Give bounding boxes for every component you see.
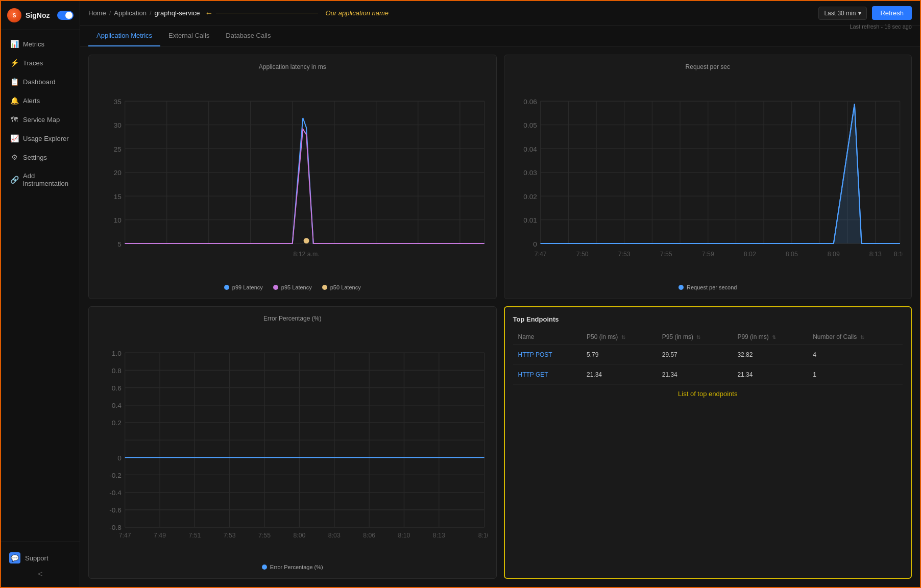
col-header-p99[interactable]: P99 (in ms) ⇅ <box>732 329 808 345</box>
sidebar-item-alerts[interactable]: 🔔 Alerts <box>3 91 78 110</box>
instrumentation-icon: 🔗 <box>10 176 18 184</box>
main-content: Home / Application / graphql-service ← O… <box>80 1 920 587</box>
svg-text:25: 25 <box>114 145 122 153</box>
annotation-line <box>216 13 318 13</box>
sidebar-item-dashboard[interactable]: 📋 Dashboard <box>3 72 78 91</box>
p99-sort-icon: ⇅ <box>772 334 776 340</box>
breadcrumb-application[interactable]: Application <box>114 9 147 17</box>
tab-external-calls[interactable]: External Calls <box>160 26 217 46</box>
rps-legend: Request per second <box>513 284 904 290</box>
latency-chart-area: 35 30 25 20 15 10 5 <box>97 77 488 279</box>
svg-text:7:59: 7:59 <box>701 251 714 258</box>
logo-icon: S <box>7 8 21 22</box>
svg-text:0: 0 <box>533 240 537 248</box>
svg-text:0: 0 <box>117 454 122 462</box>
rps-chart-title: Request per sec <box>513 63 904 70</box>
legend-p99-dot <box>224 285 229 290</box>
service-map-icon: 🗺 <box>10 115 18 124</box>
svg-text:0.04: 0.04 <box>523 145 537 153</box>
svg-text:15: 15 <box>114 193 122 201</box>
error-chart-title: Error Percentage (%) <box>97 315 488 322</box>
error-chart-svg: 1.0 0.8 0.6 0.4 0.2 0 -0.2 -0.4 -0.6 -0.… <box>97 328 488 559</box>
svg-text:1.0: 1.0 <box>112 350 122 357</box>
endpoints-table-header: Name P50 (in ms) ⇅ P95 (in ms) ⇅ P99 (in… <box>513 329 903 345</box>
svg-text:8:03: 8:03 <box>328 532 341 540</box>
svg-text:0.02: 0.02 <box>523 193 537 201</box>
latency-legend: p99 Latency p95 Latency p50 Latency <box>97 284 488 290</box>
legend-p99-label: p99 Latency <box>232 284 263 290</box>
svg-text:7:55: 7:55 <box>258 532 271 540</box>
svg-text:8:13: 8:13 <box>433 532 445 540</box>
endpoint-name-1[interactable]: HTTP GET <box>513 365 581 385</box>
sidebar-item-label-traces: Traces <box>23 59 43 67</box>
svg-text:7:47: 7:47 <box>119 532 131 540</box>
svg-text:0.06: 0.06 <box>523 98 537 106</box>
breadcrumb-arrow-icon: ← <box>205 9 213 18</box>
svg-text:8:16: 8:16 <box>478 532 488 540</box>
legend-rps-dot <box>678 285 684 290</box>
latency-chart-title: Application latency in ms <box>97 63 488 70</box>
svg-text:8:12 a.m.: 8:12 a.m. <box>293 251 319 258</box>
brand-name: SigNoz <box>26 11 50 19</box>
dashboard-icon: 📋 <box>10 78 18 86</box>
rps-chart-area: 0.06 0.05 0.04 0.03 0.02 0.01 0 <box>513 77 904 279</box>
svg-text:8:06: 8:06 <box>363 532 375 540</box>
endpoints-annotation: List of top endpoints <box>513 390 903 398</box>
legend-p95-dot <box>273 285 278 290</box>
tab-database-calls[interactable]: Database Calls <box>217 26 279 46</box>
col-header-p95[interactable]: P95 (in ms) ⇅ <box>657 329 733 345</box>
svg-text:0.01: 0.01 <box>523 216 537 224</box>
time-selector-label: Last 30 min <box>824 10 856 17</box>
metrics-icon: 📊 <box>10 40 18 48</box>
sidebar-item-label-usage: Usage Explorer <box>23 135 69 142</box>
sidebar-collapse-button[interactable]: < <box>7 568 74 581</box>
col-header-p50[interactable]: P50 (in ms) ⇅ <box>581 329 657 345</box>
sidebar-item-label-instrumentation: Add instrumentation <box>23 172 70 187</box>
endpoint-name-0[interactable]: HTTP POST <box>513 345 581 365</box>
legend-p95: p95 Latency <box>273 284 312 290</box>
breadcrumb-sep-2: / <box>150 9 152 17</box>
latency-chart-card: Application latency in ms 35 30 25 20 <box>88 55 497 299</box>
svg-text:20: 20 <box>114 169 122 177</box>
svg-text:35: 35 <box>114 98 122 106</box>
support-item[interactable]: 💬 Support <box>7 548 74 568</box>
sidebar-item-usage-explorer[interactable]: 📈 Usage Explorer <box>3 129 78 148</box>
breadcrumb-home[interactable]: Home <box>88 9 106 17</box>
svg-text:5: 5 <box>117 240 122 248</box>
sidebar-item-settings[interactable]: ⚙ Settings <box>3 148 78 166</box>
sidebar-item-service-map[interactable]: 🗺 Service Map <box>3 110 78 129</box>
header: Home / Application / graphql-service ← O… <box>80 1 920 26</box>
svg-text:7:50: 7:50 <box>576 251 588 258</box>
svg-text:0.03: 0.03 <box>523 169 537 177</box>
traces-icon: ⚡ <box>10 59 18 67</box>
refresh-button[interactable]: Refresh <box>872 6 912 20</box>
sidebar-item-add-instrumentation[interactable]: 🔗 Add instrumentation <box>3 167 78 192</box>
legend-p99: p99 Latency <box>224 284 263 290</box>
svg-text:7:49: 7:49 <box>154 532 166 540</box>
svg-text:7:53: 7:53 <box>224 532 236 540</box>
sidebar-item-traces[interactable]: ⚡ Traces <box>3 54 78 72</box>
svg-text:7:53: 7:53 <box>618 251 630 258</box>
svg-text:-0.6: -0.6 <box>109 506 122 514</box>
svg-text:8:02: 8:02 <box>743 251 756 258</box>
latency-chart-svg: 35 30 25 20 15 10 5 <box>97 77 488 279</box>
time-selector[interactable]: Last 30 min ▾ <box>818 7 867 20</box>
sidebar-item-metrics[interactable]: 📊 Metrics <box>3 35 78 53</box>
legend-rps: Request per second <box>678 284 737 290</box>
legend-p95-label: p95 Latency <box>281 284 312 290</box>
tab-app-metrics[interactable]: Application Metrics <box>88 26 160 46</box>
sidebar-footer: 💬 Support < <box>1 542 80 587</box>
p95-sort-icon: ⇅ <box>696 334 700 340</box>
svg-text:0.8: 0.8 <box>112 367 122 375</box>
breadcrumb-sep-1: / <box>109 9 111 17</box>
legend-error-label: Error Percentage (%) <box>270 564 323 570</box>
sidebar-nav: 📊 Metrics ⚡ Traces 📋 Dashboard 🔔 Alerts … <box>1 30 80 542</box>
breadcrumb: Home / Application / graphql-service ← O… <box>88 9 389 18</box>
svg-text:8:09: 8:09 <box>827 251 839 258</box>
col-header-calls[interactable]: Number of Calls ⇅ <box>808 329 903 345</box>
endpoint-p95-1: 21.34 <box>657 365 733 385</box>
sidebar: S SigNoz 📊 Metrics ⚡ Traces 📋 Dashboard … <box>1 1 80 587</box>
col-header-name: Name <box>513 329 581 345</box>
theme-toggle[interactable] <box>57 11 74 20</box>
legend-error-dot <box>262 565 267 570</box>
